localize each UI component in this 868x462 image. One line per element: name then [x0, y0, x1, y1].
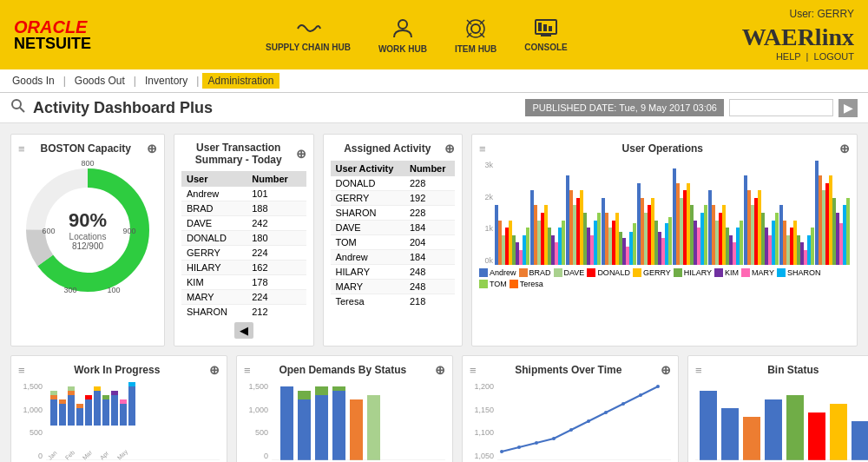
boston-title: BOSTON Capacity — [25, 142, 147, 155]
svg-rect-31 — [76, 404, 83, 408]
table-row: MARY224 — [181, 290, 306, 305]
supply-chain-icon — [294, 18, 322, 41]
dashboard-row-1: ≡ BOSTON Capacity ⊕ 900 800 600 300 — [10, 134, 858, 346]
nav-work-hub[interactable]: WORK HUB — [378, 16, 427, 54]
table-row: SHARON228 — [331, 206, 456, 221]
svg-rect-22 — [50, 399, 57, 426]
bar-group — [744, 175, 779, 265]
shipments-chart — [497, 382, 671, 460]
search-go-button[interactable]: ▶ — [838, 99, 858, 117]
od-y-500: 500 — [244, 428, 268, 437]
nav-console-label: CONSOLE — [524, 43, 567, 52]
boston-menu-icon[interactable]: ≡ — [18, 142, 25, 155]
user-operations-plus-icon[interactable]: ⊕ — [839, 142, 850, 155]
bar-group — [602, 198, 636, 265]
svg-rect-53 — [315, 395, 328, 460]
y-label-0k: 0k — [479, 256, 493, 265]
legend-dot — [510, 280, 518, 288]
assigned-activity-plus-icon[interactable]: ⊕ — [444, 142, 455, 155]
svg-rect-75 — [786, 395, 804, 460]
nav-item-hub-label: ITEM HUB — [455, 44, 496, 54]
col-user-activity: User Activity — [331, 161, 404, 176]
user-operations-chart-wrapper: 3k 2k 1k 0k — [479, 161, 850, 265]
user-transaction-header: User Transaction Summary - Today ⊕ — [181, 142, 306, 166]
svg-point-1 — [471, 24, 480, 33]
table-cell: 248 — [404, 265, 455, 280]
svg-rect-43 — [128, 382, 135, 386]
svg-rect-73 — [743, 417, 760, 460]
donut-center: 90% Locations 812/900 — [69, 209, 107, 251]
table-cell: 228 — [404, 206, 455, 221]
nav-goods-out[interactable]: Goods Out — [69, 73, 130, 89]
svg-rect-37 — [102, 395, 109, 399]
table-cell: 224 — [247, 246, 306, 261]
card-work-in-progress: ≡ Work In Progress ⊕ 1,500 1,000 500 0 — [10, 355, 227, 462]
user-transaction-title: User Transaction Summary - Today — [181, 142, 296, 166]
od-y-0: 0 — [244, 452, 268, 460]
toolbar: Activity Dashboard Plus PUBLISHED DATE: … — [0, 93, 868, 123]
table-cell: 184 — [404, 221, 455, 235]
bar-group — [530, 190, 565, 265]
svg-rect-36 — [102, 399, 109, 426]
nav-goods-in[interactable]: Goods In — [7, 73, 60, 89]
work-progress-plus-icon[interactable]: ⊕ — [209, 363, 220, 377]
work-progress-menu-icon[interactable]: ≡ — [18, 364, 25, 377]
shipments-title: Shipments Over Time — [477, 364, 661, 376]
table-prev-button[interactable]: ◀ — [234, 322, 253, 339]
table-row: MARY248 — [331, 280, 456, 294]
table-cell: Teresa — [331, 294, 404, 309]
user-transaction-header-row: User Number — [181, 171, 306, 187]
user-transaction-table-scroll[interactable]: User Number Andrew101BRAD188DAVE242DONAL… — [181, 171, 306, 319]
console-icon — [534, 18, 558, 41]
dashboard-row-2: ≡ Work In Progress ⊕ 1,500 1,000 500 0 — [10, 355, 858, 462]
user-operations-title: User Operations — [486, 142, 839, 155]
shipments-menu-icon[interactable]: ≡ — [470, 364, 477, 377]
open-demands-title: Open Demands By Status — [251, 364, 435, 376]
nav-console[interactable]: CONSOLE — [524, 18, 567, 52]
nav-item-hub[interactable]: ITEM HUB — [455, 16, 496, 54]
help-link[interactable]: HELP — [776, 51, 801, 62]
user-ops-chart — [495, 161, 850, 265]
nav-inventory[interactable]: Inventory — [140, 73, 193, 89]
open-demands-header: ≡ Open Demands By Status ⊕ — [244, 363, 445, 377]
user-operations-menu-icon[interactable]: ≡ — [479, 142, 486, 155]
legend-label: DONALD — [597, 268, 630, 277]
boston-plus-icon[interactable]: ⊕ — [147, 142, 157, 155]
nav-supply-chain[interactable]: SUPPLY CHAIN HUB — [266, 18, 351, 52]
user-transaction-plus-icon[interactable]: ⊕ — [296, 147, 306, 161]
legend-dot — [741, 268, 750, 277]
table-cell: 228 — [404, 176, 455, 191]
assigned-activity-table-scroll[interactable]: User Activity Number DONALD228GERRY192SH… — [331, 161, 456, 308]
table-row: GERRY192 — [331, 191, 456, 206]
legend-dot — [714, 268, 723, 277]
table-row: HILARY162 — [181, 261, 306, 275]
table-cell: SHARON — [331, 206, 404, 221]
svg-rect-10 — [549, 26, 552, 31]
svg-rect-42 — [128, 386, 135, 426]
shipments-plus-icon[interactable]: ⊕ — [661, 363, 671, 377]
work-progress-chart: Jan Feb Mar Apr May — [46, 382, 220, 460]
work-progress-header: ≡ Work In Progress ⊕ — [18, 363, 220, 377]
search-input[interactable] — [729, 99, 833, 116]
legend-dot — [633, 268, 641, 277]
legend-item: HILARY — [674, 268, 712, 277]
open-demands-plus-icon[interactable]: ⊕ — [435, 363, 445, 377]
bin-status-menu-icon[interactable]: ≡ — [695, 364, 702, 377]
table-cell: 162 — [247, 261, 306, 275]
bar — [811, 228, 814, 265]
card-bin-status: ≡ Bin Status ⊕ — [687, 355, 868, 462]
svg-point-68 — [639, 393, 642, 397]
col-user: User — [181, 171, 247, 187]
table-row: TOM204 — [331, 235, 456, 250]
od-y-1000: 1,000 — [244, 406, 268, 414]
open-demands-menu-icon[interactable]: ≡ — [244, 364, 251, 377]
y-1000: 1,000 — [18, 406, 43, 414]
table-cell: Andrew — [181, 187, 247, 201]
logout-link[interactable]: LOGOUT — [814, 51, 854, 62]
svg-rect-51 — [298, 399, 311, 460]
nav-administration[interactable]: Administration — [202, 73, 279, 89]
nav-separator-1: | — [63, 75, 66, 87]
table-row: DAVE242 — [181, 216, 306, 231]
legend-label: DAVE — [564, 268, 585, 277]
legend-item: Teresa — [510, 280, 543, 288]
